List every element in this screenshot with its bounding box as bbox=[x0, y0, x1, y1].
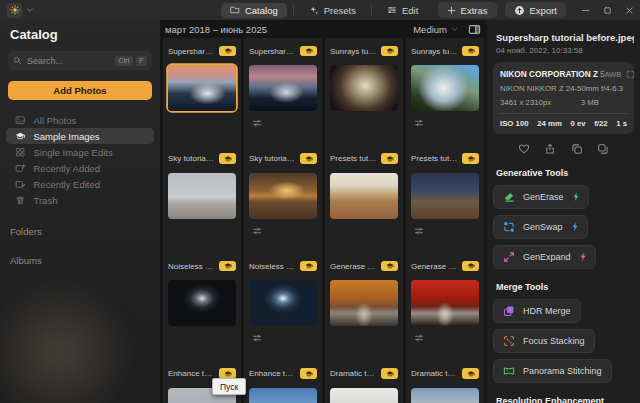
toggle-panel-icon[interactable] bbox=[468, 23, 481, 36]
photo-cell[interactable]: Presets tutorial... bbox=[406, 146, 484, 254]
tab-presets[interactable]: Presets bbox=[300, 3, 365, 18]
sidebar-item-label: Sample Images bbox=[34, 131, 100, 142]
heart-icon[interactable] bbox=[518, 143, 530, 155]
sidebar-item-sample-images[interactable]: Sample Images bbox=[6, 128, 154, 144]
graduation-cap-icon bbox=[386, 370, 394, 378]
sidebar-item-all-photos[interactable]: All Photos bbox=[6, 112, 154, 128]
photo-label: Presets tutorial... bbox=[330, 154, 377, 163]
genexpand-button[interactable]: GenExpand bbox=[493, 245, 596, 269]
photo-label: Dramatic tutoria... bbox=[330, 369, 377, 378]
export-button[interactable]: Export bbox=[505, 2, 566, 18]
graduation-cap-icon bbox=[386, 47, 394, 55]
photo-thumbnail[interactable] bbox=[249, 173, 317, 219]
crop-marks-icon bbox=[626, 70, 635, 79]
extras-button[interactable]: Extras bbox=[438, 2, 497, 18]
photo-cell[interactable]: Dramatic tutoria... bbox=[406, 361, 484, 403]
stack-icon[interactable] bbox=[597, 143, 609, 155]
photo-cell[interactable]: Supersharp tuto... bbox=[163, 38, 241, 146]
photo-thumbnail[interactable] bbox=[330, 388, 398, 403]
sidebar-nav: All Photos Sample Images Single Image Ed… bbox=[0, 112, 160, 208]
photo-label: Supersharp tuto... bbox=[249, 47, 296, 56]
minimize-button[interactable] bbox=[574, 0, 596, 20]
graduation-cap-icon bbox=[305, 262, 313, 270]
add-photos-button[interactable]: Add Photos bbox=[8, 81, 152, 100]
thumbnail-size-dropdown[interactable]: Medium bbox=[413, 24, 458, 35]
sidebar-item-label: Recently Edited bbox=[34, 179, 101, 190]
close-icon bbox=[625, 6, 634, 15]
photo-label: Supersharp tuto... bbox=[168, 47, 215, 56]
image-plus-icon bbox=[15, 163, 26, 174]
photo-thumbnail[interactable] bbox=[249, 65, 317, 111]
edited-icon bbox=[252, 333, 262, 343]
photo-thumbnail[interactable] bbox=[330, 173, 398, 219]
photo-thumbnail[interactable] bbox=[411, 388, 479, 403]
copy-icon[interactable] bbox=[571, 143, 583, 155]
photo-cell[interactable]: Sunrays tutorial... bbox=[325, 38, 403, 146]
exif-setting: 1 s bbox=[616, 119, 627, 128]
photo-thumbnail[interactable] bbox=[411, 65, 479, 111]
photo-actions bbox=[493, 143, 634, 155]
photo-label: Presets tutorial... bbox=[411, 154, 458, 163]
photo-thumbnail[interactable] bbox=[411, 173, 479, 219]
app-logo[interactable] bbox=[7, 3, 22, 18]
tab-edit[interactable]: Edit bbox=[378, 3, 427, 18]
date-range: март 2018 – июнь 2025 bbox=[165, 24, 267, 35]
photo-thumbnail[interactable] bbox=[249, 388, 317, 403]
genswap-button[interactable]: GenSwap bbox=[493, 215, 588, 239]
albums-section-label[interactable]: Albums bbox=[0, 255, 160, 266]
graduation-cap-icon bbox=[386, 155, 394, 163]
sidebar-item-recently-added[interactable]: Recently Added bbox=[6, 160, 154, 176]
edited-icon bbox=[252, 226, 262, 236]
sun-logo-icon bbox=[10, 5, 20, 15]
photo-thumbnail[interactable] bbox=[168, 173, 236, 219]
photo-thumbnail[interactable] bbox=[330, 65, 398, 111]
tab-catalog[interactable]: Catalog bbox=[221, 3, 287, 18]
photo-cell[interactable]: Enhance tutorial... bbox=[244, 361, 322, 403]
hdr-merge-button[interactable]: HDR Merge bbox=[493, 299, 581, 323]
photo-grid-area: март 2018 – июнь 2025 Medium Supersharp … bbox=[160, 20, 487, 403]
photo-cell[interactable]: Noiseless tutori... bbox=[244, 253, 322, 361]
photo-thumbnail[interactable] bbox=[168, 65, 236, 111]
sidebar-item-trash[interactable]: Trash bbox=[6, 192, 154, 208]
maximize-button[interactable] bbox=[596, 0, 618, 20]
photo-cell[interactable]: Supersharp tuto... bbox=[244, 38, 322, 146]
photo-cell[interactable]: Presets tutorial... bbox=[325, 146, 403, 254]
generase-button[interactable]: GenErase bbox=[493, 185, 589, 209]
camera-model: NIKON CORPORATION Z bbox=[500, 69, 598, 79]
focus-stacking-button[interactable]: Focus Stacking bbox=[493, 329, 595, 353]
photo-thumbnail[interactable] bbox=[168, 280, 236, 326]
close-button[interactable] bbox=[618, 0, 640, 20]
divider bbox=[498, 113, 629, 114]
tutorial-badge bbox=[381, 261, 398, 272]
hdr-merge-icon bbox=[503, 305, 515, 317]
genswap-icon bbox=[503, 221, 515, 233]
photo-cell[interactable]: Sky tutorial befo... bbox=[163, 146, 241, 254]
search-input[interactable] bbox=[27, 56, 112, 66]
graduation-cap-icon bbox=[224, 262, 232, 270]
photo-cell[interactable]: Sky tutorial after bbox=[244, 146, 322, 254]
sidebar-item-recently-edited[interactable]: Recently Edited bbox=[6, 176, 154, 192]
photo-label: Noiseless tutori... bbox=[168, 262, 215, 271]
generase-icon bbox=[503, 191, 515, 203]
photo-cell[interactable]: Generase tutori... bbox=[406, 253, 484, 361]
panorama-stitching-button[interactable]: Panorama Stitching bbox=[493, 359, 612, 383]
search-box[interactable]: Ctrl F bbox=[8, 51, 152, 70]
photo-thumbnail[interactable] bbox=[249, 280, 317, 326]
edited-icon bbox=[252, 118, 262, 128]
tutorial-badge bbox=[300, 46, 317, 57]
photo-cell[interactable]: Sunrays tutorial... bbox=[406, 38, 484, 146]
chevron-down-icon[interactable] bbox=[26, 6, 34, 14]
tutorial-badge bbox=[300, 153, 317, 164]
search-icon bbox=[13, 56, 22, 65]
photo-cell[interactable]: Noiseless tutori... bbox=[163, 253, 241, 361]
photo-cell[interactable]: Dramatic tutoria... bbox=[325, 361, 403, 403]
sidebar-item-single-image-edits[interactable]: Single Image Edits bbox=[6, 144, 154, 160]
section-title: Generative Tools bbox=[496, 168, 634, 178]
folders-section-label[interactable]: Folders bbox=[0, 226, 160, 237]
photo-label: Enhance tutorial... bbox=[168, 369, 215, 378]
photo-cell[interactable]: Generase tutori... bbox=[325, 253, 403, 361]
photo-thumbnail[interactable] bbox=[411, 280, 479, 326]
inspector-panel: Supersharp tutorial before.jpeg 04 нояб.… bbox=[487, 20, 640, 403]
photo-thumbnail[interactable] bbox=[330, 280, 398, 326]
share-icon[interactable] bbox=[544, 143, 556, 155]
